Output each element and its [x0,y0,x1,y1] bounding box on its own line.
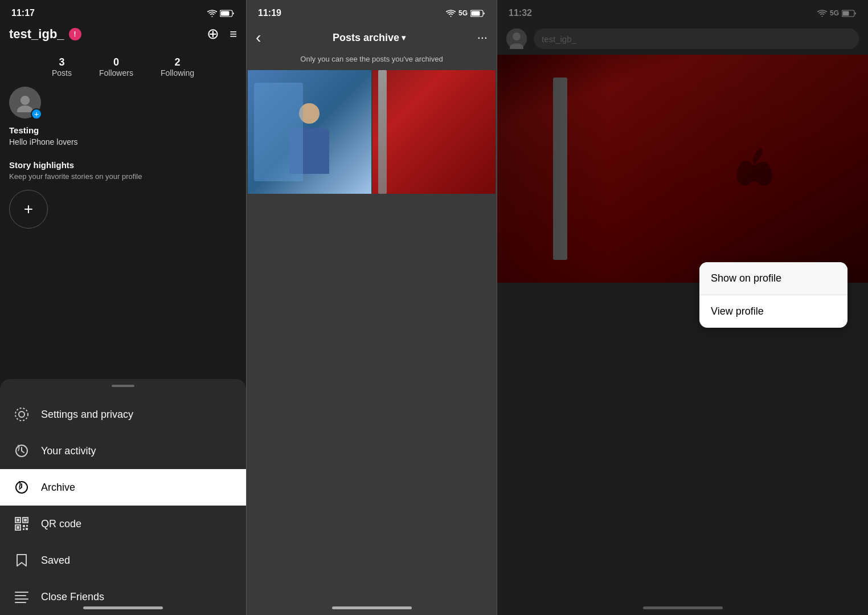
battery-icon-1 [220,10,235,17]
menu-label-qr: QR code [41,518,81,530]
archive-title: Posts archive ▾ [333,32,406,44]
menu-item-settings[interactable]: Settings and privacy [0,396,246,433]
context-menu-show-on-profile[interactable]: Show on profile [699,262,847,295]
story-highlights-title: Story highlights [9,160,237,170]
menu-item-archive[interactable]: Archive [0,469,246,506]
status-bar-1: 11:17 [0,0,246,23]
menu-item-activity[interactable]: Your activity [0,433,246,469]
bottom-sheet-menu: Settings and privacy Your activity [0,379,246,615]
avatar[interactable]: + [9,87,41,119]
wifi-icon-2 [446,10,456,17]
stat-followers: 0 Followers [99,56,133,78]
story-highlights-subtitle: Keep your favorite stories on your profi… [9,172,237,181]
svg-rect-15 [26,525,28,527]
svg-rect-1 [221,11,230,15]
svg-rect-9 [17,519,19,522]
saved-icon [14,552,30,568]
archive-grid [247,70,497,194]
stat-following: 2 Following [161,56,194,78]
add-story-highlight-button[interactable]: + [9,190,48,229]
context-menu: Show on profile View profile [699,262,847,328]
svg-rect-13 [17,526,19,529]
svg-point-4 [19,412,24,417]
archive-item-1[interactable] [248,70,371,194]
bio-name: Testing [9,125,237,135]
menu-label-close-friends: Close Friends [41,591,104,603]
menu-label-archive: Archive [41,482,75,494]
menu-label-saved: Saved [41,555,70,567]
menu-label-activity: Your activity [41,445,96,457]
close-friends-icon [14,589,30,605]
qr-icon [14,516,30,532]
menu-item-qr[interactable]: QR code [0,506,246,542]
svg-rect-14 [23,525,25,527]
profile-stats: 3 Posts 0 Followers 2 Following [0,50,246,87]
panel-profile: 11:17 test_igb_ ! ⊕ [0,0,246,615]
svg-rect-16 [23,528,24,530]
back-button[interactable]: ‹ [256,28,261,47]
context-menu-view-profile[interactable]: View profile [699,295,847,328]
profile-header: test_igb_ ! ⊕ ≡ [0,23,246,50]
menu-item-saved[interactable]: Saved [0,542,246,579]
signal-indicator-2: 5G [458,9,468,17]
menu-label-settings: Settings and privacy [41,409,133,421]
header-actions: ⊕ ≡ [207,25,237,43]
menu-item-close-friends[interactable]: Close Friends [0,579,246,615]
home-indicator-1 [83,606,163,609]
activity-icon [14,443,30,459]
wifi-icon-1 [207,10,217,17]
time-1: 11:17 [11,8,35,18]
avatar-area: + [0,87,246,125]
bio-text: Hello iPhone lovers [9,137,237,146]
story-highlights-section: Story highlights Keep your favorite stor… [0,153,246,235]
svg-point-2 [21,96,30,105]
more-options-button[interactable]: ··· [477,30,488,45]
svg-rect-23 [472,11,480,15]
avatar-add-button[interactable]: + [31,108,42,120]
bio-section: Testing Hello iPhone lovers [0,125,246,153]
add-icon[interactable]: ⊕ [207,25,219,43]
svg-point-5 [15,408,28,421]
battery-icon-2 [470,10,485,17]
archive-item-2[interactable] [372,70,496,194]
home-indicator-2 [332,606,412,609]
notification-badge: ! [69,28,81,40]
archive-subtitle: Only you can see the posts you've archiv… [247,52,497,70]
username-display: test_igb_ ! [9,27,81,42]
settings-icon [14,406,30,422]
panel-archive: 11:19 5G ‹ Posts archive ▾ ··· Only you … [246,0,497,615]
time-2: 11:19 [258,8,281,18]
svg-rect-11 [24,519,27,522]
stat-posts: 3 Posts [52,56,72,78]
sheet-handle [112,385,134,387]
status-icons-2: 5G [446,9,485,17]
status-icons-1 [207,10,235,17]
archive-icon [14,479,30,495]
dropdown-chevron-icon: ▾ [402,33,406,42]
menu-icon[interactable]: ≡ [230,27,237,42]
svg-rect-17 [26,528,28,530]
panel-post-view: 11:32 5G test_igb_ [497,0,868,615]
archive-nav-bar: ‹ Posts archive ▾ ··· [247,23,497,52]
avatar-silhouette [15,93,35,112]
status-bar-2: 11:19 5G [247,0,497,23]
